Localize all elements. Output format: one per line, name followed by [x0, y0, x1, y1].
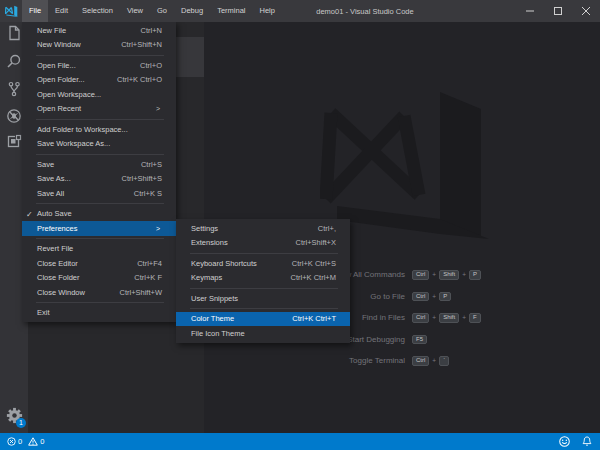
file-menu-item-preferences[interactable]: Preferences>: [22, 221, 176, 236]
maximize-button[interactable]: [544, 0, 572, 22]
file-menu-item-exit[interactable]: Exit: [22, 306, 176, 321]
close-button[interactable]: [572, 0, 600, 22]
window-title: demo01 - Visual Studio Code: [270, 7, 460, 16]
preferences-menu-separator: [190, 253, 338, 254]
menu-item-label: Extensions: [191, 238, 284, 247]
file-menu-separator: [36, 203, 164, 204]
menubar-item-view[interactable]: View: [120, 0, 150, 22]
menu-item-label: Open Folder...: [37, 75, 105, 84]
key-plus-separator: +: [462, 271, 466, 278]
menu-item-label: Add Folder to Workspace...: [37, 125, 162, 134]
file-menu-item-auto-save[interactable]: ✓Auto Save: [22, 207, 176, 222]
file-menu-item-save[interactable]: SaveCtrl+S: [22, 157, 176, 172]
status-bar: 0 0: [0, 433, 600, 450]
file-menu-item-open-file[interactable]: Open File...Ctrl+O: [22, 58, 176, 73]
keycap: P: [439, 292, 451, 302]
vscode-logo-icon: [5, 5, 18, 18]
error-icon: [7, 437, 16, 446]
warning-count: 0: [40, 437, 44, 446]
menu-item-label: Save All: [37, 189, 122, 198]
vscode-window: FileEditSelectionViewGoDebugTerminalHelp…: [0, 0, 600, 450]
keycap: `: [439, 356, 449, 366]
keycap: F5: [412, 335, 427, 345]
search-icon[interactable]: [6, 53, 22, 69]
preferences-menu-item-keyboard-shortcuts[interactable]: Keyboard ShortcutsCtrl+K Ctrl+S: [176, 256, 350, 271]
menu-bar: FileEditSelectionViewGoDebugTerminalHelp: [22, 0, 282, 22]
file-menu-item-save-as[interactable]: Save As...Ctrl+Shift+S: [22, 172, 176, 187]
menu-item-shortcut: Ctrl+N: [141, 26, 162, 35]
preferences-menu-item-color-theme[interactable]: Color ThemeCtrl+K Ctrl+T: [176, 312, 350, 327]
key-plus-separator: +: [432, 357, 436, 364]
submenu-arrow-icon: >: [156, 225, 160, 232]
source-control-icon[interactable]: [6, 81, 22, 97]
keycap: Shift: [439, 313, 459, 323]
menu-item-shortcut: Ctrl+Shift+X: [296, 238, 336, 247]
shortcut-hint-row: Toggle TerminalCtrl+`: [237, 350, 567, 372]
menubar-item-edit[interactable]: Edit: [48, 0, 75, 22]
keycap: Shift: [439, 270, 459, 280]
debug-icon[interactable]: [6, 108, 22, 124]
extensions-icon[interactable]: [6, 133, 22, 149]
menubar-item-debug[interactable]: Debug: [174, 0, 210, 22]
notifications-bell-icon[interactable]: [582, 436, 592, 447]
menu-item-shortcut: Ctrl+K S: [134, 189, 162, 198]
keycap: P: [469, 270, 481, 280]
warning-icon: [28, 437, 38, 446]
menu-item-label: Auto Save: [37, 209, 162, 218]
key-plus-separator: +: [432, 271, 436, 278]
shortcut-hint-label: Toggle Terminal: [237, 356, 412, 365]
file-menu-item-new-file[interactable]: New FileCtrl+N: [22, 23, 176, 38]
file-menu-item-close-window[interactable]: Close WindowCtrl+Shift+W: [22, 285, 176, 300]
menu-item-shortcut: Ctrl+K Ctrl+M: [291, 273, 336, 282]
problems-status[interactable]: 0 0: [0, 437, 44, 446]
checkmark-icon: ✓: [26, 210, 33, 219]
menu-item-shortcut: Ctrl+Shift+W: [119, 288, 162, 297]
file-menu-item-revert-file[interactable]: Revert File: [22, 242, 176, 257]
file-menu-item-close-folder[interactable]: Close FolderCtrl+K F: [22, 271, 176, 286]
key-plus-separator: +: [462, 314, 466, 321]
submenu-arrow-icon: >: [156, 105, 160, 112]
shortcut-hint-keys: Ctrl+P: [412, 292, 451, 302]
preferences-menu-item-settings[interactable]: SettingsCtrl+,: [176, 221, 350, 236]
preferences-menu-item-keymaps[interactable]: KeymapsCtrl+K Ctrl+M: [176, 271, 350, 286]
keycap: Ctrl: [412, 356, 429, 366]
window-controls: [516, 0, 600, 22]
menubar-item-go[interactable]: Go: [150, 0, 174, 22]
menu-item-shortcut: Ctrl+F4: [137, 259, 162, 268]
file-menu-item-open-recent[interactable]: Open Recent>: [22, 102, 176, 117]
menu-item-label: Open Recent: [37, 104, 162, 113]
error-count: 0: [18, 437, 22, 446]
menu-item-label: Close Window: [37, 288, 107, 297]
menu-item-shortcut: Ctrl+K F: [134, 273, 162, 282]
file-menu-item-save-workspace-as[interactable]: Save Workspace As...: [22, 137, 176, 152]
file-menu-item-close-editor[interactable]: Close EditorCtrl+F4: [22, 256, 176, 271]
file-menu-item-new-window[interactable]: New WindowCtrl+Shift+N: [22, 38, 176, 53]
preferences-menu-separator: [190, 308, 338, 309]
menu-item-label: Open Workspace...: [37, 90, 162, 99]
feedback-smiley-icon[interactable]: [559, 436, 570, 447]
menu-item-label: Close Folder: [37, 273, 122, 282]
file-menu-item-save-all[interactable]: Save AllCtrl+K S: [22, 186, 176, 201]
file-menu-item-open-workspace[interactable]: Open Workspace...: [22, 87, 176, 102]
file-menu-item-open-folder[interactable]: Open Folder...Ctrl+K Ctrl+O: [22, 73, 176, 88]
menu-item-shortcut: Ctrl+K Ctrl+S: [292, 259, 336, 268]
title-bar: FileEditSelectionViewGoDebugTerminalHelp…: [0, 0, 600, 22]
explorer-icon[interactable]: [6, 25, 22, 41]
file-menu-separator: [36, 55, 164, 56]
preferences-menu-item-extensions[interactable]: ExtensionsCtrl+Shift+X: [176, 236, 350, 251]
menubar-item-selection[interactable]: Selection: [75, 0, 120, 22]
settings-gear-icon[interactable]: 1: [5, 406, 25, 426]
menu-item-label: User Snippets: [191, 294, 336, 303]
preferences-menu-item-user-snippets[interactable]: User Snippets: [176, 291, 350, 306]
preferences-menu-item-file-icon-theme[interactable]: File Icon Theme: [176, 326, 350, 341]
menubar-item-file[interactable]: File: [22, 0, 48, 22]
menu-item-label: Save: [37, 160, 129, 169]
file-menu-item-add-folder-to-workspace[interactable]: Add Folder to Workspace...: [22, 122, 176, 137]
menu-item-label: Open File...: [37, 61, 128, 70]
shortcut-hint-keys: Ctrl+`: [412, 356, 449, 366]
minimize-button[interactable]: [516, 0, 544, 22]
sidebar-section-block: [176, 37, 204, 77]
menu-item-shortcut: Ctrl+K Ctrl+T: [292, 314, 336, 323]
settings-badge: 1: [16, 418, 26, 428]
menubar-item-terminal[interactable]: Terminal: [210, 0, 252, 22]
